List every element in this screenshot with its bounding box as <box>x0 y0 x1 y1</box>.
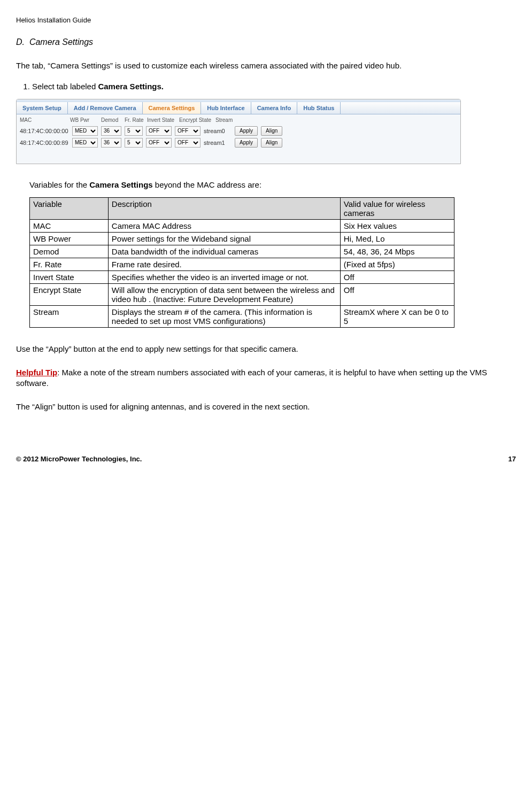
mac-value: 48:17:4C:00:00:00 <box>20 128 69 134</box>
table-row: Stream Displays the stream # of the came… <box>30 305 454 327</box>
col-mac: MAC <box>20 117 70 123</box>
col-invert: Invert State <box>147 117 179 123</box>
intro-paragraph: The tab, “Camera Settings” is used to cu… <box>16 60 516 71</box>
cell-valid-value: (Fixed at 5fps) <box>340 258 454 271</box>
tab-add-remove-camera[interactable]: Add / Remove Camera <box>68 102 143 114</box>
tab-system-setup[interactable]: System Setup <box>17 102 68 114</box>
th-valid-value: Valid value for wireless cameras <box>340 197 454 219</box>
section-letter: D. <box>16 37 25 47</box>
cell-description: Frame rate desired. <box>108 258 340 271</box>
cell-description: Data bandwidth of the individual cameras <box>108 245 340 258</box>
framerate-select[interactable]: 5 <box>125 126 143 136</box>
vars-intro-bold: Camera Settings <box>89 180 152 189</box>
column-headers: MAC WB Pwr Demod Fr. Rate Invert State E… <box>20 116 457 125</box>
col-wbpwr: WB Pwr <box>70 117 101 123</box>
cell-valid-value: StreamX where X can be 0 to 5 <box>340 305 454 327</box>
align-button[interactable]: Align <box>261 126 282 136</box>
doc-header: Helios Installation Guide <box>16 16 516 24</box>
cell-variable: Demod <box>30 245 109 258</box>
camera-settings-screenshot: System Setup Add / Remove Camera Camera … <box>16 99 461 164</box>
footer-copyright: © 2012 MicroPower Technologies, Inc. <box>16 455 142 463</box>
align-paragraph: The “Align” button is used for aligning … <box>16 401 516 412</box>
apply-button[interactable]: Apply <box>235 126 258 136</box>
cell-valid-value: Off <box>340 283 454 305</box>
section-heading: D. Camera Settings <box>16 37 516 47</box>
camera-row: 48:17:4C:00:00:89 MED 36 5 OFF OFF strea… <box>20 137 457 149</box>
vars-intro-pre: Variables for the <box>29 180 89 189</box>
footer-page-number: 17 <box>508 455 516 463</box>
step-1-bold: Camera Settings. <box>98 82 164 91</box>
tab-hub-interface[interactable]: Hub Interface <box>201 102 251 114</box>
wb-power-select[interactable]: MED <box>72 126 98 136</box>
cell-valid-value: 54, 48, 36, 24 Mbps <box>340 245 454 258</box>
cell-variable: Invert State <box>30 271 109 283</box>
demod-select[interactable]: 36 <box>101 138 121 148</box>
mac-value: 48:17:4C:00:00:89 <box>20 140 69 146</box>
vars-intro-post: beyond the MAC address are: <box>153 180 261 189</box>
th-description: Description <box>108 197 340 219</box>
step-1: Select tab labeled Camera Settings. <box>32 82 516 91</box>
tab-camera-settings[interactable]: Camera Settings <box>143 102 202 114</box>
wb-power-select[interactable]: MED <box>72 138 98 148</box>
th-variable: Variable <box>30 197 109 219</box>
table-row: Demod Data bandwidth of the individual c… <box>30 245 454 258</box>
stream-label: stream0 <box>204 128 232 134</box>
table-row: Invert State Specifies whether the video… <box>30 271 454 283</box>
invert-select[interactable]: OFF <box>146 126 172 136</box>
table-row: Encrypt State Will allow the encryption … <box>30 283 454 305</box>
cell-valid-value: Six Hex values <box>340 219 454 232</box>
stream-label: stream1 <box>204 140 232 146</box>
cell-description: Specifies whether the video is an invert… <box>108 271 340 283</box>
cell-variable: WB Power <box>30 232 109 245</box>
camera-row: 48:17:4C:00:00:00 MED 36 5 OFF OFF strea… <box>20 125 457 137</box>
step-1-text: Select tab labeled <box>32 82 98 91</box>
col-encrypt: Encrypt State <box>179 117 215 123</box>
cell-description: Power settings for the Wideband signal <box>108 232 340 245</box>
variables-intro: Variables for the Camera Settings beyond… <box>29 180 516 189</box>
cell-valid-value: Hi, Med, Lo <box>340 232 454 245</box>
cell-variable: Encrypt State <box>30 283 109 305</box>
apply-button[interactable]: Apply <box>235 138 258 148</box>
apply-paragraph: Use the “Apply” button at the end to app… <box>16 344 516 354</box>
framerate-select[interactable]: 5 <box>125 138 143 148</box>
align-button[interactable]: Align <box>261 138 282 148</box>
helpful-tip: Helpful Tip: Make a note of the stream n… <box>16 367 516 388</box>
section-title: Camera Settings <box>29 37 93 47</box>
table-row: MAC Camera MAC Address Six Hex values <box>30 219 454 232</box>
cell-description: Will allow the encryption of data sent b… <box>108 283 340 305</box>
tab-hub-status[interactable]: Hub Status <box>297 102 341 114</box>
col-demod: Demod <box>101 117 125 123</box>
cell-description: Displays the stream # of the camera. (Th… <box>108 305 340 327</box>
tab-bar: System Setup Add / Remove Camera Camera … <box>17 102 460 114</box>
table-row: Fr. Rate Frame rate desired. (Fixed at 5… <box>30 258 454 271</box>
col-stream: Stream <box>215 117 233 123</box>
tab-camera-info[interactable]: Camera Info <box>251 102 298 114</box>
tip-text: : Make a note of the stream numbers asso… <box>16 368 487 388</box>
table-row: WB Power Power settings for the Wideband… <box>30 232 454 245</box>
cell-variable: Stream <box>30 305 109 327</box>
encrypt-select[interactable]: OFF <box>175 126 201 136</box>
variables-table: Variable Description Valid value for wir… <box>29 197 454 328</box>
cell-variable: MAC <box>30 219 109 232</box>
demod-select[interactable]: 36 <box>101 126 121 136</box>
cell-description: Camera MAC Address <box>108 219 340 232</box>
cell-variable: Fr. Rate <box>30 258 109 271</box>
col-frrate: Fr. Rate <box>125 117 147 123</box>
cell-valid-value: Off <box>340 271 454 283</box>
tip-label: Helpful Tip <box>16 368 57 377</box>
invert-select[interactable]: OFF <box>146 138 172 148</box>
page-footer: © 2012 MicroPower Technologies, Inc. 17 <box>16 455 516 463</box>
encrypt-select[interactable]: OFF <box>175 138 201 148</box>
